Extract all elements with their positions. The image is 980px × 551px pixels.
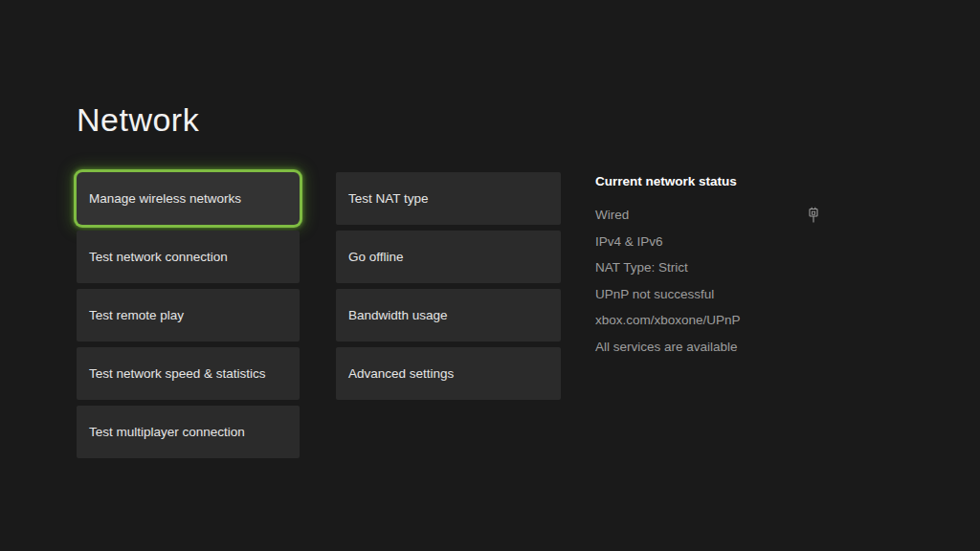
menu-button-test-multiplayer-connection[interactable]: Test multiplayer connection	[77, 406, 300, 458]
menu-button-test-remote-play[interactable]: Test remote play	[77, 289, 300, 342]
menu-column-middle: Test NAT type Go offline Bandwidth usage…	[336, 172, 561, 406]
ip-protocol-label: IPv4 & IPv6	[595, 234, 663, 249]
status-panel-title: Current network status	[595, 174, 819, 188]
page-title: Network	[77, 101, 199, 139]
menu-button-go-offline[interactable]: Go offline	[336, 231, 561, 283]
current-network-status-panel: Current network status Wired IPv4 & IPv6…	[595, 174, 819, 360]
services-status-label: All services are available	[595, 340, 738, 354]
status-line-connection-type: Wired	[595, 202, 819, 229]
menu-button-test-network-speed-statistics[interactable]: Test network speed & statistics	[77, 347, 300, 400]
menu-button-bandwidth-usage[interactable]: Bandwidth usage	[336, 289, 561, 342]
ethernet-plug-icon	[808, 207, 819, 224]
upnp-status-label: UPnP not successful	[595, 287, 714, 301]
status-line-nat-type: NAT Type: Strict	[595, 254, 819, 281]
menu-button-test-nat-type[interactable]: Test NAT type	[336, 172, 561, 225]
menu-button-test-network-connection[interactable]: Test network connection	[77, 231, 300, 283]
status-line-ip-protocol: IPv4 & IPv6	[595, 229, 819, 255]
status-line-upnp: UPnP not successful	[595, 281, 819, 308]
menu-column-left: Manage wireless networks Test network co…	[77, 172, 300, 464]
connection-type-label: Wired	[595, 208, 629, 222]
upnp-help-url: xbox.com/xboxone/UPnP	[595, 313, 741, 327]
status-line-upnp-url: xbox.com/xboxone/UPnP	[595, 307, 819, 334]
status-line-services: All services are available	[595, 334, 819, 361]
network-settings-screen: Network Manage wireless networks Test ne…	[0, 0, 980, 551]
menu-button-manage-wireless-networks[interactable]: Manage wireless networks	[77, 172, 300, 225]
menu-button-advanced-settings[interactable]: Advanced settings	[336, 347, 561, 400]
nat-type-label: NAT Type: Strict	[595, 260, 688, 275]
